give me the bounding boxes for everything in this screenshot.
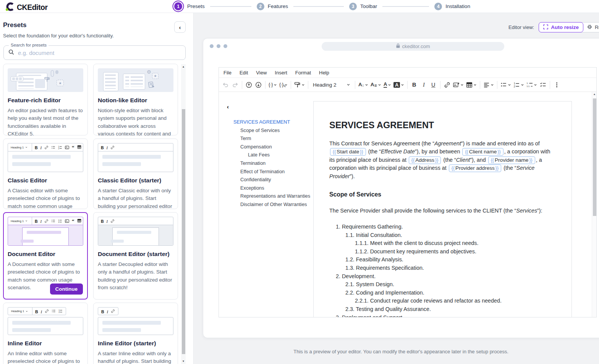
step-number: 4 bbox=[434, 3, 442, 10]
multilevel-list-icon: 1.1.1. bbox=[526, 82, 533, 88]
numbered-list-button[interactable]: 12 bbox=[512, 80, 525, 90]
merge-field-chip-address[interactable]: {{Address}} bbox=[409, 156, 441, 164]
heading-style-dropdown[interactable]: Heading 2 bbox=[310, 80, 353, 90]
preset-card-inline-editor[interactable]: Heading 1BI12Inline EditorAn Inline edit… bbox=[3, 303, 88, 364]
undo-button[interactable] bbox=[221, 80, 230, 90]
document-page[interactable]: SERVICES AGREEMENT This Contract for Ser… bbox=[313, 101, 572, 317]
merge-field-chip-start-date[interactable]: {{Start date}} bbox=[330, 148, 366, 156]
font-color-button[interactable]: A bbox=[382, 80, 392, 90]
search-label: Search for presets bbox=[9, 43, 49, 47]
toolbar-separator bbox=[308, 81, 308, 89]
sidebar-collapse-button[interactable]: ‹ bbox=[174, 21, 186, 33]
step-presets[interactable]: 1Presets bbox=[173, 2, 205, 10]
preset-card-notion-like-editor[interactable]: ⚙★Notion-like EditorNotion-style editor … bbox=[93, 64, 178, 135]
import-circle-up-button[interactable] bbox=[244, 80, 254, 90]
step-installation[interactable]: 4Installation bbox=[434, 3, 470, 10]
merge-field-chip-provider-name[interactable]: {{Provider name}} bbox=[488, 156, 535, 164]
underline-button[interactable]: U bbox=[429, 80, 438, 90]
view-option-auto-resize[interactable]: Auto resize bbox=[539, 22, 583, 32]
preset-card-document-editor[interactable]: Heading 1BI12“Document EditorA Document … bbox=[3, 212, 88, 300]
sidebar-scrollbar[interactable]: ▲ ▼ bbox=[181, 64, 186, 364]
merge-field-chip-client-name[interactable]: {{Client name}} bbox=[462, 148, 503, 156]
scroll-down-arrow-icon[interactable]: ▼ bbox=[181, 359, 186, 364]
todo-list-button[interactable] bbox=[538, 80, 548, 90]
editor-scrollbar-thumb[interactable] bbox=[593, 98, 596, 216]
merge-field-button[interactable]: {·} bbox=[267, 80, 278, 90]
preset-card-description: A starter Decoupled editor with only a h… bbox=[98, 261, 173, 292]
format-painter-button[interactable] bbox=[293, 80, 306, 90]
mini-editor-body bbox=[8, 225, 83, 245]
outline-item-compensation[interactable]: Compensation bbox=[219, 143, 313, 151]
outline-item-late-fees[interactable]: Late Fees bbox=[219, 151, 313, 159]
multilevel-list-button[interactable]: 1.1.1. bbox=[525, 80, 538, 90]
outline-item-representations-and-warranties[interactable]: Representations and Warranties bbox=[219, 192, 313, 200]
sidebar-scrollbar-thumb[interactable] bbox=[182, 109, 185, 354]
outline-item-exceptions[interactable]: Exceptions bbox=[219, 184, 313, 192]
menu-view[interactable]: View bbox=[256, 70, 267, 76]
mini-image-icon bbox=[65, 219, 69, 223]
illustration-editor-mock: BI bbox=[98, 217, 173, 246]
mini-bulleted-list-icon bbox=[51, 219, 55, 223]
overflow-menu-button[interactable] bbox=[552, 80, 562, 90]
italic-button[interactable]: I bbox=[419, 80, 429, 90]
view-option-rea[interactable]: Rea bbox=[583, 22, 599, 32]
outline-item-scope-of-services[interactable]: Scope of Services bbox=[219, 126, 313, 135]
mini-editor-body bbox=[98, 317, 173, 335]
step-toolbar[interactable]: 3Toolbar bbox=[349, 3, 377, 10]
step-features[interactable]: 2Features bbox=[257, 3, 288, 10]
browser-mockup: ckeditor.com FileEditViewInsertFormatHel… bbox=[203, 38, 599, 338]
bulleted-list-button[interactable] bbox=[499, 80, 512, 90]
logo-text: CKEditor bbox=[17, 3, 48, 12]
mini-editor-body bbox=[98, 151, 173, 172]
menu-format[interactable]: Format bbox=[295, 70, 311, 76]
editor-view-switcher: Editor view: Auto resizeRea bbox=[508, 22, 599, 32]
preset-card-inline-editor-starter[interactable]: BIInline Editor (starter)A starter Inlin… bbox=[93, 303, 178, 364]
insert-table-button[interactable] bbox=[465, 80, 478, 90]
outline-item-services-agreement[interactable]: SERVICES AGREEMENT bbox=[219, 118, 313, 126]
list-item: 2.1. System Design. bbox=[329, 280, 556, 289]
insert-image-button[interactable] bbox=[452, 80, 465, 90]
mini-link-icon bbox=[44, 219, 49, 223]
text-alignment-button[interactable] bbox=[482, 80, 495, 90]
sidebar-subtitle: Select the foundation for your editor's … bbox=[3, 33, 114, 39]
font-size-button[interactable]: A↕ bbox=[357, 80, 369, 90]
bulleted-list-icon bbox=[500, 82, 507, 88]
merge-field-settings-button[interactable]: {·}✎ bbox=[278, 80, 289, 90]
menu-file[interactable]: File bbox=[223, 70, 232, 76]
document-intro-paragraph: This Contract for Services Agreement (th… bbox=[329, 140, 556, 181]
scroll-up-arrow-icon[interactable]: ▲ bbox=[181, 64, 186, 69]
outline-collapse-button[interactable]: ‹ bbox=[227, 103, 229, 110]
menu-help[interactable]: Help bbox=[319, 70, 329, 76]
list-item: 1.3. Requirements Specification. bbox=[329, 264, 556, 272]
presets-sidebar: Presets ‹ Select the foundation for your… bbox=[0, 13, 194, 364]
redo-button[interactable] bbox=[230, 80, 240, 90]
preset-card-feature-rich-editor[interactable]: ★Feature-rich EditorAn editor packed wit… bbox=[3, 64, 88, 135]
format-painter-icon bbox=[294, 82, 301, 88]
toolbar-separator bbox=[291, 81, 291, 89]
export-circle-down-button[interactable] bbox=[254, 80, 263, 90]
search-input[interactable] bbox=[18, 50, 181, 56]
outline-item-term[interactable]: Term bbox=[219, 134, 313, 143]
font-family-button[interactable]: A≣ bbox=[369, 80, 382, 90]
menu-insert[interactable]: Insert bbox=[275, 70, 287, 76]
bold-button[interactable]: B bbox=[410, 80, 419, 90]
menu-edit[interactable]: Edit bbox=[240, 70, 248, 76]
outline-item-confidentiality[interactable]: Confidentiality bbox=[219, 176, 313, 184]
preset-card-description: An editor packed with features to help y… bbox=[8, 107, 83, 138]
merge-field-chip-provider-address[interactable]: {{Provider address}} bbox=[449, 164, 501, 172]
preset-card-classic-editor-starter[interactable]: BIClassic Editor (starter)A starter Clas… bbox=[93, 139, 178, 209]
outline-item-disclaimer-of-other-warranties[interactable]: Disclaimer of Other Warranties bbox=[219, 200, 313, 209]
font-background-button[interactable]: A bbox=[392, 80, 405, 90]
outline-item-termination[interactable]: Termination bbox=[219, 159, 313, 168]
preset-card-document-editor-starter[interactable]: BIDocument Editor (starter)A starter Dec… bbox=[93, 212, 178, 300]
scroll-up-arrow-icon[interactable]: ▲ bbox=[592, 93, 596, 95]
toolbar-separator bbox=[242, 81, 242, 89]
outline-item-effect-of-termination[interactable]: Effect of Termination bbox=[219, 168, 313, 176]
preset-card-classic-editor[interactable]: Heading 1BI12“Classic EditorA Classic ed… bbox=[3, 139, 88, 209]
svg-text:1: 1 bbox=[59, 309, 60, 311]
editor-scrollbar[interactable]: ▲ bbox=[592, 92, 596, 317]
mini-link-icon bbox=[44, 145, 49, 150]
continue-button[interactable]: Continue bbox=[50, 283, 83, 295]
link-button[interactable] bbox=[442, 80, 452, 90]
mini-link-icon bbox=[111, 309, 115, 313]
